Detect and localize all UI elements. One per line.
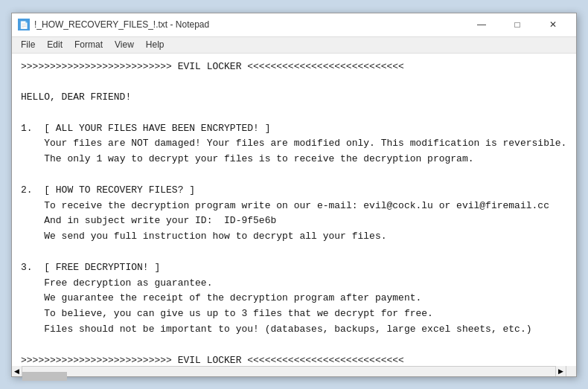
scroll-thumb-h[interactable]	[22, 372, 67, 381]
window-controls: — □ ✕	[464, 16, 570, 33]
title-bar: 📄 !_HOW_RECOVERY_FILES_!.txt - Notepad —…	[12, 13, 576, 37]
menu-bar: File Edit Format View Help	[12, 37, 576, 54]
window-title: !_HOW_RECOVERY_FILES_!.txt - Notepad	[34, 19, 209, 30]
minimize-button[interactable]: —	[464, 16, 499, 33]
title-bar-left: 📄 !_HOW_RECOVERY_FILES_!.txt - Notepad	[18, 19, 209, 30]
notepad-window: 📄 !_HOW_RECOVERY_FILES_!.txt - Notepad —…	[11, 13, 577, 377]
maximize-button[interactable]: □	[500, 16, 534, 33]
close-button[interactable]: ✕	[536, 16, 570, 33]
menu-edit[interactable]: Edit	[41, 38, 68, 51]
document-text: >>>>>>>>>>>>>>>>>>>>>>>>>> EVIL LOCKER <…	[21, 60, 567, 366]
menu-help[interactable]: Help	[140, 38, 170, 51]
app-icon: 📄	[18, 19, 30, 30]
scroll-left-button[interactable]: ◀	[12, 366, 22, 376]
menu-format[interactable]: Format	[68, 38, 109, 51]
menu-file[interactable]: File	[15, 38, 41, 51]
menu-view[interactable]: View	[109, 38, 140, 51]
text-editor-area[interactable]: >>>>>>>>>>>>>>>>>>>>>>>>>> EVIL LOCKER <…	[12, 54, 576, 366]
scroll-corner	[566, 366, 576, 376]
horizontal-scrollbar[interactable]: ◀ ▶	[12, 366, 576, 376]
scroll-right-button[interactable]: ▶	[555, 366, 566, 376]
